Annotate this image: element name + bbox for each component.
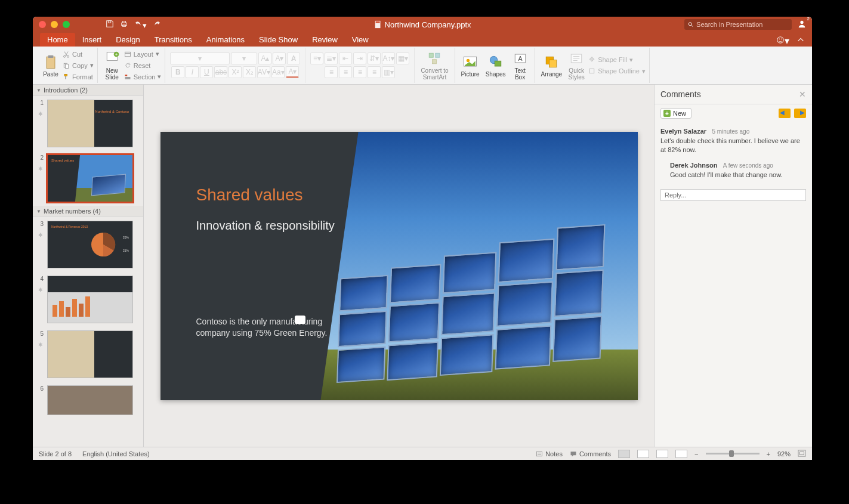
close-window-button[interactable] — [39, 21, 46, 28]
font-family-select[interactable]: ▾ — [170, 52, 230, 64]
clear-formatting-button[interactable]: A̷ — [287, 52, 300, 64]
comment-2-reply[interactable]: Derek Johnson A few seconds ago Good cat… — [670, 161, 806, 180]
comment-timestamp: 5 minutes ago — [712, 128, 749, 135]
subscript-button[interactable]: X₂ — [243, 66, 256, 78]
minimize-window-button[interactable] — [51, 21, 58, 28]
slide-body-text[interactable]: Contoso is the only manufacturing compan… — [196, 316, 339, 339]
zoom-level-label[interactable]: 92% — [777, 450, 791, 457]
tab-slide-show[interactable]: Slide Show — [252, 33, 305, 47]
section-header-market-numbers[interactable]: Market numbers (4) — [33, 206, 143, 217]
quick-styles-button[interactable]: Quick Styles — [566, 49, 587, 82]
format-painter-button[interactable]: Format — [63, 72, 94, 82]
shape-fill-button[interactable]: Shape Fill ▾ — [588, 54, 646, 65]
tab-home[interactable]: Home — [40, 33, 75, 47]
copy-button[interactable]: Copy ▾ — [63, 60, 94, 71]
zoom-in-button[interactable]: + — [767, 450, 770, 457]
save-icon[interactable] — [106, 20, 114, 30]
svg-text:A: A — [518, 55, 522, 62]
columns-button[interactable]: ▥▾ — [382, 66, 395, 78]
tab-transitions[interactable]: Transitions — [147, 33, 199, 47]
superscript-button[interactable]: X² — [229, 66, 242, 78]
shapes-button[interactable]: Shapes — [483, 52, 508, 79]
slide-thumbnail-4[interactable]: 4✱ — [33, 272, 143, 327]
slide-thumbnail-5[interactable]: 5✱ — [33, 327, 143, 382]
close-comments-icon[interactable]: ✕ — [799, 89, 806, 99]
search-box[interactable] — [684, 19, 792, 30]
section-button[interactable]: Section ▾ — [124, 72, 162, 82]
new-slide-button[interactable]: + New Slide — [101, 49, 123, 82]
increase-indent-button[interactable]: ⇥ — [353, 52, 366, 64]
cut-button[interactable]: Cut — [63, 49, 94, 60]
tab-animations[interactable]: Animations — [199, 33, 252, 47]
undo-icon[interactable]: ▾ — [134, 20, 147, 30]
comment-reply-input[interactable] — [660, 189, 806, 201]
slide-canvas[interactable]: Shared values Innovation & responsibilit… — [144, 85, 654, 447]
slide-subtitle[interactable]: Innovation & responsibility — [196, 219, 339, 233]
bullets-button[interactable]: ≡▾ — [310, 52, 323, 64]
align-text-button[interactable]: ▦▾ — [396, 52, 409, 64]
font-size-select[interactable]: ▾ — [231, 52, 257, 64]
comments-toggle[interactable]: Comments — [570, 450, 611, 457]
slide-thumbnail-2[interactable]: 2✱ Shared values — [33, 151, 143, 206]
arrange-button[interactable]: Arrange — [539, 52, 565, 79]
comment-1[interactable]: Evelyn Salazar 5 minutes ago Let's doubl… — [660, 127, 806, 155]
next-comment-button[interactable] — [794, 109, 806, 118]
slide-sorter-view-button[interactable] — [637, 450, 649, 458]
decrease-font-button[interactable]: A▾ — [273, 52, 286, 64]
section-header-introduction[interactable]: Introduction (2) — [33, 85, 143, 96]
share-user-indicator[interactable]: 2 — [798, 20, 806, 29]
tab-review[interactable]: Review — [305, 33, 345, 47]
zoom-slider[interactable] — [706, 453, 760, 454]
maximize-window-button[interactable] — [63, 21, 70, 28]
convert-smartart-button[interactable]: Convert to SmartArt — [418, 49, 450, 82]
align-left-button[interactable]: ≡ — [325, 66, 338, 78]
previous-comment-button[interactable] — [779, 109, 791, 118]
normal-view-button[interactable] — [618, 450, 630, 458]
text-box-button[interactable]: A Text Box — [510, 49, 531, 82]
strikethrough-button[interactable]: abc — [214, 66, 227, 78]
numbering-button[interactable]: ≣▾ — [325, 52, 338, 64]
shape-outline-button[interactable]: Shape Outline ▾ — [588, 66, 646, 76]
comment-marker-icon[interactable] — [295, 316, 305, 324]
search-input[interactable] — [696, 21, 788, 28]
align-center-button[interactable]: ≡ — [339, 66, 352, 78]
tab-insert[interactable]: Insert — [75, 33, 109, 47]
picture-button[interactable]: Picture — [459, 52, 482, 79]
slideshow-view-button[interactable] — [675, 450, 687, 458]
increase-font-button[interactable]: A▴ — [258, 52, 271, 64]
svg-rect-2 — [122, 21, 125, 23]
zoom-out-button[interactable]: − — [694, 450, 698, 457]
slide-title[interactable]: Shared values — [196, 185, 339, 205]
print-icon[interactable] — [120, 20, 128, 30]
language-label[interactable]: English (United States) — [82, 450, 150, 457]
underline-button[interactable]: U — [200, 66, 213, 78]
font-color-button[interactable]: A▾ — [286, 66, 299, 78]
layout-button[interactable]: Layout ▾ — [124, 49, 162, 60]
slide-thumbnail-3[interactable]: 3✱ Northwind & Revenue 2013 26% 21% — [33, 217, 143, 272]
slide-thumbnail-1[interactable]: 1✱ Northwind & Contoso — [33, 96, 143, 151]
justify-button[interactable]: ≡ — [368, 66, 381, 78]
italic-button[interactable]: I — [186, 66, 199, 78]
fit-to-window-button[interactable] — [798, 450, 806, 458]
bold-button[interactable]: B — [171, 66, 184, 78]
comments-pane-title: Comments — [660, 89, 701, 99]
redo-icon[interactable] — [153, 20, 161, 30]
search-icon — [688, 21, 694, 28]
change-case-button[interactable]: Aa▾ — [271, 66, 285, 78]
decrease-indent-button[interactable]: ⇤ — [339, 52, 352, 64]
reading-view-button[interactable] — [656, 450, 668, 458]
tab-view[interactable]: View — [345, 33, 376, 47]
align-right-button[interactable]: ≡ — [353, 66, 366, 78]
new-comment-button[interactable]: + New — [660, 108, 691, 119]
slide-thumbnail-6[interactable]: 6 — [33, 382, 143, 419]
notes-toggle[interactable]: Notes — [536, 450, 563, 457]
line-spacing-button[interactable]: ⇵▾ — [368, 52, 381, 64]
reset-button[interactable]: Reset — [124, 60, 162, 71]
collapse-ribbon-icon[interactable] — [796, 36, 805, 47]
paste-button[interactable]: Paste — [40, 52, 61, 79]
tab-design[interactable]: Design — [109, 33, 147, 47]
character-spacing-button[interactable]: AV▾ — [257, 66, 270, 78]
text-direction-button[interactable]: A↕▾ — [382, 52, 395, 64]
current-slide[interactable]: Shared values Innovation & responsibilit… — [160, 132, 638, 400]
feedback-smiley-icon[interactable]: ▾ — [776, 35, 789, 47]
